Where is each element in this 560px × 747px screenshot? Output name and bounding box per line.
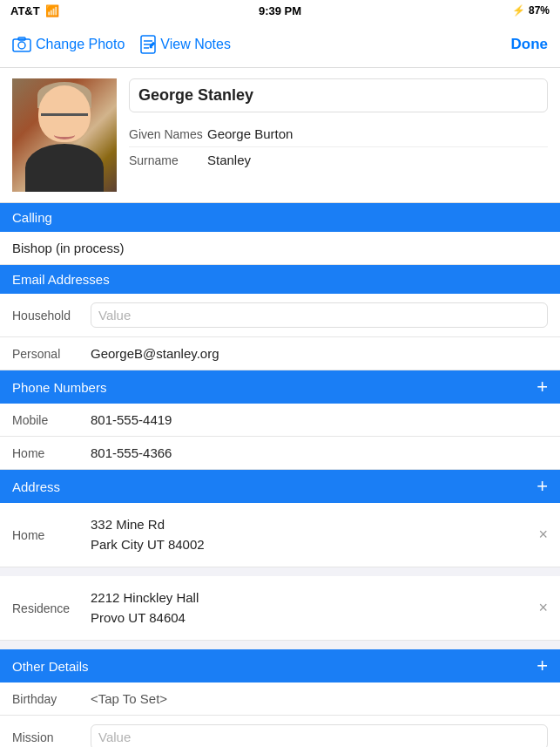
email-household-value[interactable]: Value	[91, 302, 548, 328]
surname-label: Surname	[129, 153, 207, 167]
other-details-title: Other Details	[12, 659, 89, 674]
birthday-label: Birthday	[12, 692, 91, 706]
email-section-header: Email Addresses	[0, 265, 560, 294]
address-home-label: Home	[12, 528, 91, 542]
surname-value[interactable]: Stanley	[207, 153, 251, 167]
mission-row: Mission Value	[0, 716, 560, 747]
change-photo-label: Change Photo	[36, 37, 125, 52]
address-spacer	[0, 567, 560, 576]
done-button[interactable]: Done	[511, 36, 549, 53]
address-add-icon[interactable]: +	[536, 477, 548, 496]
avatar-smile	[54, 131, 75, 139]
address-residence-row: Residence 2212 Hinckley Hall Provo UT 84…	[0, 576, 560, 641]
svg-rect-0	[13, 39, 30, 51]
phone-mobile-label: Mobile	[12, 413, 91, 427]
given-names-value[interactable]: George Burton	[207, 126, 293, 141]
carrier-label: AT&T	[10, 4, 40, 17]
calling-title: Calling	[12, 210, 52, 225]
address-residence-line2: Provo UT 84604	[91, 608, 538, 628]
surname-row: Surname Stanley	[129, 147, 548, 173]
profile-section: George Stanley Given Names George Burton…	[0, 68, 560, 203]
other-details-add-icon[interactable]: +	[536, 656, 548, 676]
avatar-body	[25, 144, 104, 192]
email-personal-value[interactable]: GeorgeB@stanley.org	[91, 346, 548, 361]
avatar-glasses	[41, 113, 88, 126]
avatar-face	[38, 85, 91, 142]
status-bar: AT&T 📶 9:39 PM ⚡ 87%	[0, 0, 560, 21]
bluetooth-icon: ⚡	[512, 4, 525, 17]
address-home-line1: 332 Mine Rd	[91, 515, 538, 535]
address-section-header: Address +	[0, 470, 560, 503]
time-label: 9:39 PM	[259, 4, 301, 17]
other-details-section-header: Other Details +	[0, 649, 560, 682]
status-right: ⚡ 87%	[512, 4, 550, 17]
status-left: AT&T 📶	[10, 4, 59, 17]
mission-value[interactable]: Value	[91, 724, 548, 747]
phone-home-value[interactable]: 801-555-4366	[91, 445, 548, 460]
mission-label: Mission	[12, 730, 91, 744]
phone-add-icon[interactable]: +	[536, 377, 548, 397]
email-personal-row: Personal GeorgeB@stanley.org	[0, 337, 560, 370]
address-residence-label: Residence	[12, 601, 91, 615]
full-name-field[interactable]: George Stanley	[129, 78, 548, 112]
address-home-delete-icon[interactable]: ×	[538, 526, 548, 544]
phone-home-label: Home	[12, 446, 91, 460]
phone-section-header: Phone Numbers +	[0, 370, 560, 404]
change-photo-button[interactable]: Change Photo	[12, 37, 125, 52]
given-names-row: Given Names George Burton	[129, 121, 548, 147]
phone-mobile-row: Mobile 801-555-4419	[0, 404, 560, 437]
given-names-label: Given Names	[129, 127, 207, 141]
phone-title: Phone Numbers	[12, 380, 106, 395]
calling-section-header: Calling	[0, 203, 560, 232]
address-home-value[interactable]: 332 Mine Rd Park City UT 84002	[91, 515, 538, 554]
address-residence-value[interactable]: 2212 Hinckley Hall Provo UT 84604	[91, 588, 538, 628]
wifi-icon: 📶	[45, 4, 59, 17]
profile-info: George Stanley Given Names George Burton…	[129, 78, 548, 173]
view-notes-label: View Notes	[160, 37, 231, 52]
svg-point-1	[18, 42, 25, 49]
toolbar-left: Change Photo View Notes	[12, 35, 231, 54]
calling-value: Bishop (in process)	[12, 241, 124, 255]
address-home-line2: Park City UT 84002	[91, 535, 538, 555]
notes-icon	[140, 35, 156, 54]
phone-home-row: Home 801-555-4366	[0, 437, 560, 470]
address-residence-delete-icon[interactable]: ×	[538, 599, 548, 617]
photo-icon	[12, 37, 31, 52]
birthday-row: Birthday <Tap To Set>	[0, 682, 560, 716]
address-home-row: Home 332 Mine Rd Park City UT 84002 ×	[0, 503, 560, 567]
phone-mobile-value[interactable]: 801-555-4419	[91, 412, 548, 427]
email-household-label: Household	[12, 309, 91, 323]
email-title: Email Addresses	[12, 272, 110, 287]
avatar[interactable]	[12, 78, 117, 192]
battery-label: 87%	[529, 4, 550, 17]
email-personal-label: Personal	[12, 347, 91, 361]
toolbar: Change Photo View Notes Done	[0, 21, 560, 68]
calling-value-row[interactable]: Bishop (in process)	[0, 232, 560, 265]
email-household-row: Household Value	[0, 294, 560, 337]
view-notes-button[interactable]: View Notes	[140, 35, 231, 54]
address-title: Address	[12, 479, 60, 494]
birthday-value[interactable]: <Tap To Set>	[91, 691, 548, 706]
address-residence-line1: 2212 Hinckley Hall	[91, 588, 538, 608]
